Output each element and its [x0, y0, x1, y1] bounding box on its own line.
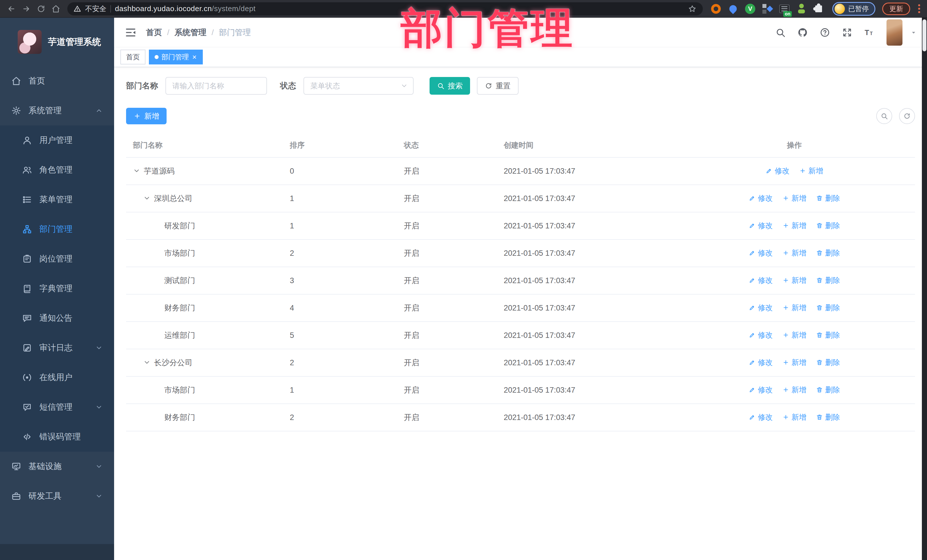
user-avatar[interactable] — [886, 20, 903, 46]
row-action-delete[interactable]: 删除 — [816, 330, 840, 340]
extensions-row: Von — [710, 3, 824, 15]
status-select[interactable]: 菜单状态 — [304, 77, 413, 95]
edit-icon — [766, 167, 772, 174]
address-bar[interactable]: 不安全 dashboard.yudao.iocoder.cn/system/de… — [67, 2, 703, 15]
edit-icon — [749, 249, 755, 256]
row-action-delete[interactable]: 删除 — [816, 221, 840, 231]
close-icon[interactable]: × — [191, 53, 197, 61]
status-cell: 开启 — [397, 185, 497, 212]
trash-icon — [816, 359, 823, 366]
row-action-edit[interactable]: 修改 — [749, 248, 773, 258]
row-action-edit[interactable]: 修改 — [766, 166, 790, 176]
hamburger-icon[interactable] — [125, 26, 137, 39]
github-icon[interactable] — [798, 27, 808, 38]
row-action-add[interactable]: 新增 — [783, 275, 806, 285]
back-button[interactable] — [5, 2, 18, 16]
row-action-edit[interactable]: 修改 — [749, 193, 773, 203]
scrollbar-thumb[interactable] — [922, 20, 926, 51]
search-icon[interactable] — [775, 27, 786, 38]
breadcrumb-item-1[interactable]: 系统管理 — [175, 27, 207, 38]
tab-1[interactable]: 部门管理× — [149, 50, 203, 64]
tab-0[interactable]: 首页 — [120, 50, 146, 64]
forward-button[interactable] — [20, 2, 33, 16]
row-action-delete[interactable]: 删除 — [816, 385, 840, 395]
fullscreen-icon[interactable] — [842, 27, 852, 38]
row-action-add[interactable]: 新增 — [783, 385, 806, 395]
extension-ext-puzzle[interactable] — [813, 3, 824, 15]
sidebar-item-log[interactable]: 审计日志 — [0, 333, 114, 363]
row-action-edit[interactable]: 修改 — [749, 385, 773, 395]
extension-ext-blue-grid[interactable] — [761, 3, 773, 15]
extension-ext-green-circle[interactable]: V — [745, 3, 756, 15]
sidebar-menu: 首页系统管理用户管理角色管理菜单管理部门管理岗位管理字典管理通知公告审计日志在线… — [0, 66, 114, 511]
trash-icon — [816, 386, 823, 393]
row-action-edit[interactable]: 修改 — [749, 303, 773, 313]
dept-name: 深圳总公司 — [154, 194, 193, 203]
row-action-delete[interactable]: 删除 — [816, 193, 840, 203]
sidebar-item-user[interactable]: 用户管理 — [0, 126, 114, 155]
browser-menu-button[interactable] — [916, 3, 922, 14]
book-icon — [22, 284, 32, 293]
sidebar-item-tools[interactable]: 研发工具 — [0, 481, 114, 511]
row-action-delete[interactable]: 删除 — [816, 358, 840, 367]
org-icon — [22, 225, 32, 234]
row-action-edit[interactable]: 修改 — [749, 358, 773, 367]
sidebar-item-infra[interactable]: 基础设施 — [0, 452, 114, 481]
breadcrumb-item-0[interactable]: 首页 — [146, 27, 162, 38]
row-action-add[interactable]: 新增 — [783, 330, 806, 340]
row-action-edit[interactable]: 修改 — [749, 412, 773, 422]
caret-down-icon[interactable] — [910, 29, 917, 36]
sidebar-item-code[interactable]: 错误码管理 — [0, 422, 114, 452]
row-action-edit[interactable]: 修改 — [749, 221, 773, 231]
search-button[interactable]: 搜索 — [430, 77, 470, 95]
row-action-add[interactable]: 新增 — [783, 221, 806, 231]
sidebar-item-users[interactable]: 角色管理 — [0, 155, 114, 185]
sidebar-item-org[interactable]: 部门管理 — [0, 214, 114, 244]
browser-update-button[interactable]: 更新 — [882, 3, 910, 15]
row-action-add[interactable]: 新增 — [783, 248, 806, 258]
app-logo-row[interactable]: 芋道管理系统 — [0, 18, 114, 66]
reload-button[interactable] — [34, 2, 48, 16]
expand-arrow-icon[interactable] — [143, 194, 152, 202]
sidebar-item-gear[interactable]: 系统管理 — [0, 96, 114, 126]
search-circle-button[interactable] — [876, 108, 892, 124]
expand-arrow-icon[interactable] — [133, 167, 141, 175]
font-size-icon[interactable]: TT — [864, 27, 874, 38]
extension-ext-green-bot[interactable] — [796, 3, 807, 15]
actions-cell: 修改新增删除 — [674, 376, 915, 404]
sidebar-item-online[interactable]: 在线用户 — [0, 363, 114, 392]
reset-button[interactable]: 重置 — [477, 77, 518, 95]
row-action-add[interactable]: 新增 — [783, 412, 806, 422]
sort-cell: 4 — [283, 294, 397, 322]
sidebar-item-badge[interactable]: 岗位管理 — [0, 244, 114, 274]
row-action-add[interactable]: 新增 — [783, 303, 806, 313]
question-icon[interactable] — [820, 27, 830, 38]
home-button[interactable] — [49, 2, 63, 16]
row-action-add[interactable]: 新增 — [799, 166, 823, 176]
extension-ext-orange-ring[interactable] — [710, 3, 722, 15]
sidebar-item-home[interactable]: 首页 — [0, 66, 114, 96]
bookmark-star-icon[interactable] — [688, 5, 696, 13]
expand-arrow-icon[interactable] — [143, 359, 152, 366]
sidebar-item-sms[interactable]: 短信管理 — [0, 392, 114, 422]
refresh-circle-button[interactable] — [899, 108, 915, 124]
row-action-delete[interactable]: 删除 — [816, 275, 840, 285]
row-action-add[interactable]: 新增 — [783, 358, 806, 367]
status-cell: 开启 — [397, 404, 497, 431]
row-action-add[interactable]: 新增 — [783, 193, 806, 203]
sidebar-item-announce[interactable]: 通知公告 — [0, 304, 114, 333]
browser-profile-chip[interactable]: 已暂停 — [832, 2, 875, 16]
sidebar: 芋道管理系统 首页系统管理用户管理角色管理菜单管理部门管理岗位管理字典管理通知公… — [0, 18, 114, 560]
dept-name-input[interactable] — [166, 77, 267, 95]
add-button[interactable]: 新增 — [126, 108, 167, 124]
sidebar-item-menu-list[interactable]: 菜单管理 — [0, 185, 114, 214]
extension-ext-list[interactable]: on — [779, 3, 790, 15]
row-action-delete[interactable]: 删除 — [816, 248, 840, 258]
extension-ext-blue-pin[interactable] — [727, 3, 739, 15]
sidebar-item-label: 字典管理 — [40, 283, 103, 294]
sidebar-item-book[interactable]: 字典管理 — [0, 274, 114, 304]
row-action-delete[interactable]: 删除 — [816, 412, 840, 422]
row-action-edit[interactable]: 修改 — [749, 275, 773, 285]
row-action-delete[interactable]: 删除 — [816, 303, 840, 313]
row-action-edit[interactable]: 修改 — [749, 330, 773, 340]
